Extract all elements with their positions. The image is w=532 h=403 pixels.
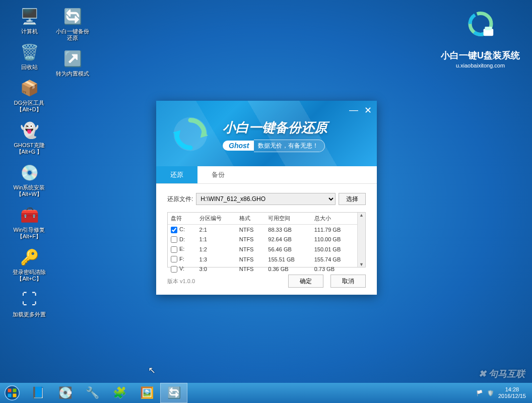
file-label: 还原文件: [167,195,193,204]
dg-icon: 📦 [18,77,40,99]
desktop-icon-dg[interactable]: 📦DG分区工具 【Alt+D】 [9,77,49,113]
ghost-tagline: 数据无价，有备无患！ [254,140,325,152]
svg-rect-11 [13,393,16,397]
svg-rect-8 [8,389,12,392]
icon-label: GHOST克隆 【Alt+G 】 [14,142,44,155]
table-row[interactable]: E:1:2NTFS56.46 GB150.01 GB [168,244,357,254]
icon-label: Win引导修复 【Alt+F】 [14,227,45,240]
tray-flag-icon[interactable]: 🏳️ [476,390,483,396]
close-button[interactable]: ✕ [364,105,372,116]
taskbar-icon-4[interactable]: 🧩 [106,383,133,403]
icon-label: 小白一键备份 还原 [56,28,89,41]
desktop-icon-xiaobai[interactable]: 🔄小白一键备份 还原 [52,5,93,41]
taskbar-icon-1[interactable]: 📘 [24,383,51,403]
cancel-button[interactable]: 取消 [330,275,366,288]
brand-url: u.xiaobaixitong.com [441,62,520,69]
browse-button[interactable]: 选择 [339,193,366,205]
restore-dialog: — ✕ 小白一键备份还原 Ghost 数据无价，有备无患！ 还原 备份 还原文件… [156,101,377,295]
taskbar-icon-2[interactable]: 💽 [51,383,79,403]
taskbar: 📘 💽 🔧 🧩 🖼️ 🔄 🏳️ 🛡️ 14:28 2016/12/15 [0,383,532,403]
svg-point-7 [5,386,19,400]
ok-button[interactable]: 确定 [288,275,323,288]
taskbar-icon-3[interactable]: 🔧 [79,383,106,403]
tabs: 还原 备份 [156,166,377,184]
svg-rect-9 [13,389,16,392]
col-free[interactable]: 可用空间 [265,213,311,225]
taskbar-icon-active[interactable]: 🔄 [160,383,187,403]
col-part[interactable]: 分区编号 [196,213,236,225]
row-checkbox[interactable] [171,236,177,243]
recycle-icon: 🗑️ [18,41,40,63]
icon-label: 加载更多外置 [13,311,46,318]
desktop-icon-builtin[interactable]: ↗️转为内置模式 [52,47,93,77]
desktop-icon-ghost[interactable]: 👻GHOST克隆 【Alt+G 】 [9,119,49,155]
taskbar-icon-5[interactable]: 🖼️ [133,383,160,403]
icon-label: Win系统安装 【Alt+W】 [14,184,45,197]
col-drive[interactable]: 盘符 [168,213,196,225]
ghost-icon: 👻 [18,119,40,141]
watermark: ✖ 句马互联 [479,368,525,380]
clock[interactable]: 14:28 2016/12/15 [498,386,526,399]
row-checkbox[interactable] [171,246,177,253]
svg-rect-3 [485,27,492,30]
table-row[interactable]: F:1:3NTFS155.51 GB155.74 GB [168,254,357,264]
dialog-title: 小白一键备份还原 [223,119,327,137]
tray-shield-icon[interactable]: 🛡️ [487,390,494,396]
desktop-icon-pwdclear[interactable]: 🔑登录密码清除 【Alt+C】 [9,246,49,282]
icon-label: 登录密码清除 【Alt+C】 [13,269,46,282]
minimize-button[interactable]: — [349,105,358,116]
computer-icon: 🖥️ [18,5,40,27]
table-scrollbar[interactable]: ▲▼ [357,213,365,267]
desktop-icon-winsetup[interactable]: 💿Win系统安装 【Alt+W】 [9,161,49,197]
partition-table: 盘符 分区编号 格式 可用空间 总大小 C:2:1NTFS88.33 GB111… [167,212,366,267]
svg-rect-10 [8,393,12,397]
row-checkbox[interactable] [171,266,177,273]
bootfix-icon: 🧰 [18,204,40,226]
tab-restore[interactable]: 还原 [156,166,197,183]
ghost-label: Ghost [223,141,254,151]
file-select[interactable]: H:\WIN7_612_x86.GHO [196,193,336,205]
xiaobai-icon: 🔄 [61,5,84,27]
pwdclear-icon: 🔑 [18,246,40,268]
desktop-icon-loadext[interactable]: ⛶加载更多外置 [9,288,49,318]
winsetup-icon: 💿 [18,161,40,183]
dialog-header: — ✕ 小白一键备份还原 Ghost 数据无价，有备无患！ [156,101,377,166]
icon-label: 转为内置模式 [56,71,89,77]
start-button[interactable] [0,383,24,403]
system-tray: 🏳️ 🛡️ 14:28 2016/12/15 [476,386,532,399]
desktop-icon-computer[interactable]: 🖥️计算机 [9,5,49,35]
brand-title: 小白一键U盘装系统 [441,49,520,61]
icon-label: DG分区工具 【Alt+D】 [14,100,45,113]
icon-label: 回收站 [21,64,38,71]
col-total[interactable]: 总大小 [311,213,357,225]
tab-backup[interactable]: 备份 [197,166,239,183]
loadext-icon: ⛶ [18,288,40,310]
row-checkbox[interactable] [171,227,177,233]
col-fs[interactable]: 格式 [236,213,265,225]
version-label: 版本 v1.0.0 [167,278,195,285]
row-checkbox[interactable] [171,256,177,262]
brand-block: 小白一键U盘装系统 u.xiaobaixitong.com [441,9,520,69]
desktop-icon-bootfix[interactable]: 🧰Win引导修复 【Alt+F】 [9,204,49,240]
table-row[interactable]: C:2:1NTFS88.33 GB111.79 GB [168,225,357,235]
builtin-icon: ↗️ [61,47,84,70]
ghost-badge: Ghost 数据无价，有备无患！ [223,139,325,152]
app-logo-icon [171,115,210,153]
table-row[interactable]: D:1:1NTFS92.64 GB110.00 GB [168,235,357,245]
icon-label: 计算机 [21,28,38,35]
desktop-icon-recycle[interactable]: 🗑️回收站 [9,41,49,71]
brand-logo-icon [463,9,498,44]
table-row[interactable]: V:3:0NTFS0.36 GB0.73 GB [168,264,357,274]
